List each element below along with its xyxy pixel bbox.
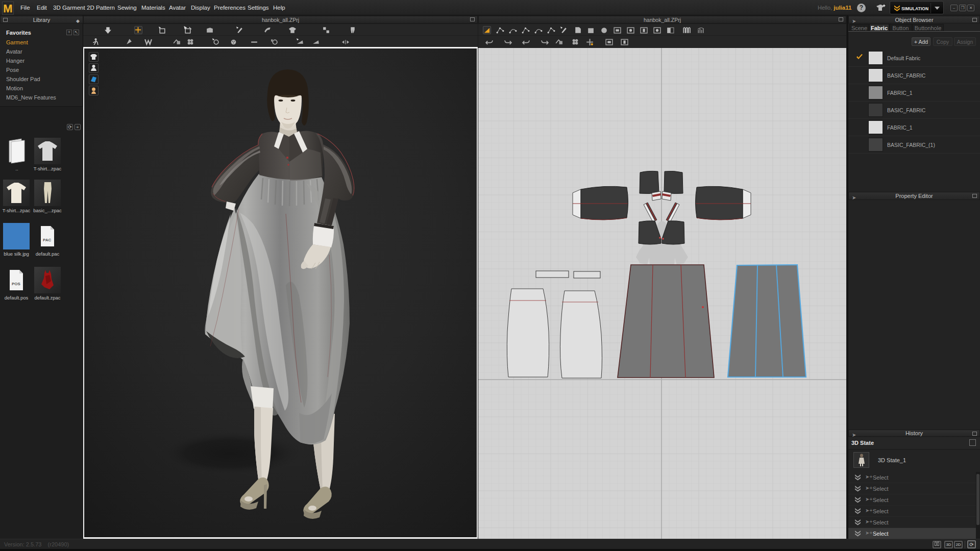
svg-text:PAC: PAC (43, 238, 52, 242)
svg-text:POS: POS (12, 282, 21, 286)
